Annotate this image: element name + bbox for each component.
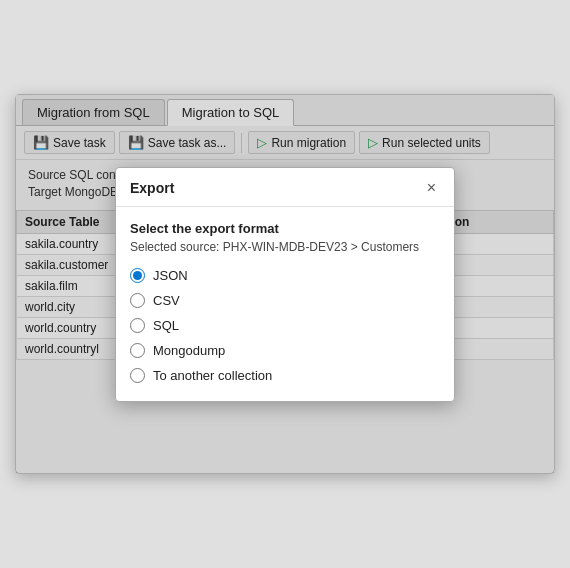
export-option-label: JSON [153,268,188,283]
modal-source: Selected source: PHX-WIN-MDB-DEV23 > Cus… [130,240,440,254]
radio-to-another-collection[interactable] [130,368,145,383]
export-option-sql[interactable]: SQL [130,318,440,333]
main-window: Migration from SQL Migration to SQL 💾 Sa… [15,94,555,474]
modal-close-button[interactable]: × [423,178,440,198]
export-format-group: JSONCSVSQLMongodumpTo another collection [130,268,440,383]
export-option-to-another-collection[interactable]: To another collection [130,368,440,383]
modal-subtitle: Select the export format [130,221,440,236]
export-option-mongodump[interactable]: Mongodump [130,343,440,358]
export-option-label: CSV [153,293,180,308]
export-option-label: SQL [153,318,179,333]
modal-body: Select the export format Selected source… [116,207,454,401]
modal-header: Export × [116,168,454,207]
radio-mongodump[interactable] [130,343,145,358]
export-option-csv[interactable]: CSV [130,293,440,308]
export-option-json[interactable]: JSON [130,268,440,283]
export-option-label: To another collection [153,368,272,383]
export-modal: Export × Select the export format Select… [115,167,455,402]
modal-title: Export [130,180,174,196]
modal-overlay: Export × Select the export format Select… [16,95,554,473]
export-option-label: Mongodump [153,343,225,358]
radio-csv[interactable] [130,293,145,308]
radio-json[interactable] [130,268,145,283]
radio-sql[interactable] [130,318,145,333]
